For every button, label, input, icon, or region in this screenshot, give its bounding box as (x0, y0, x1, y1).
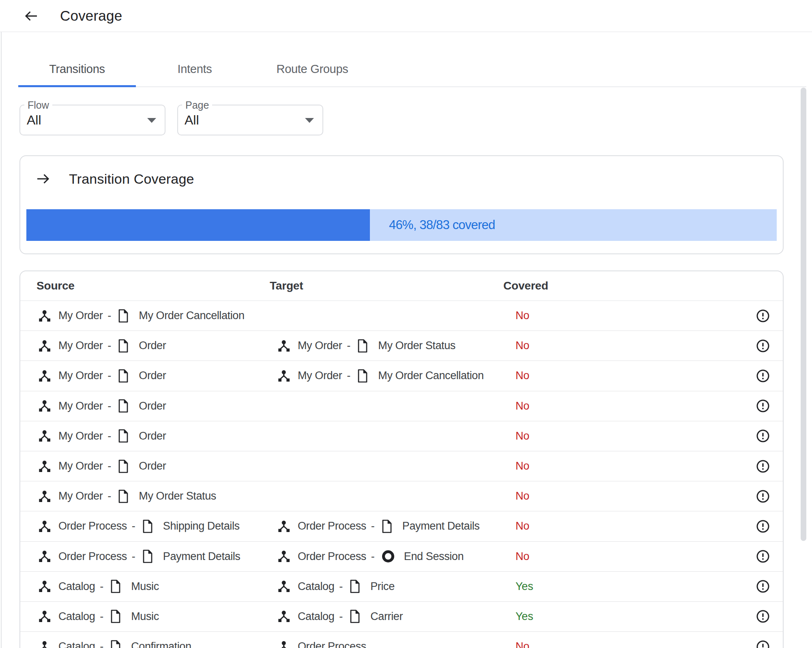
target-page-icon (381, 519, 393, 533)
info-button[interactable] (756, 549, 770, 563)
top-bar: Coverage (0, 0, 812, 32)
target-flow-name: My Order (298, 339, 342, 352)
arrow-forward-icon (35, 171, 51, 187)
covered-value: No (516, 331, 529, 360)
info-button[interactable] (756, 369, 770, 383)
source-flow-name: Order Process (58, 520, 127, 532)
target-page-name: My Order Status (378, 339, 455, 352)
table-row: My Order - Order No (20, 391, 783, 421)
error-outline-icon (756, 610, 769, 623)
info-button[interactable] (756, 339, 770, 353)
table-row: Catalog - Confirmation Order Pr (20, 632, 783, 648)
table-header-row: Source Target Covered (20, 271, 783, 301)
back-button[interactable] (21, 6, 40, 25)
info-button[interactable] (756, 579, 770, 593)
page-icon (118, 399, 129, 413)
source-cell: My Order - My Order Status (38, 481, 216, 511)
page-filter-value: All (185, 105, 199, 135)
vertical-scrollbar-thumb[interactable] (801, 88, 806, 541)
flow-icon (38, 461, 50, 472)
error-outline-icon (756, 490, 769, 503)
progress-fill (26, 209, 370, 241)
table-row: Order Process - Shipping Details (20, 511, 783, 541)
target-separator-dash: - (339, 610, 343, 623)
target-flow-name: Order Process (298, 640, 366, 648)
error-outline-icon (756, 520, 769, 533)
info-button[interactable] (756, 309, 770, 323)
flow-icon (277, 370, 290, 382)
page-icon (118, 429, 129, 443)
separator-dash: - (100, 610, 103, 623)
page-icon (110, 640, 121, 648)
source-cell: My Order - Order (38, 391, 166, 421)
info-button[interactable] (756, 640, 770, 648)
target-cell: Order Process - Payment Details (277, 511, 479, 541)
info-button[interactable] (756, 519, 770, 533)
column-header-target: Target (270, 271, 303, 300)
source-cell: My Order - Order (38, 331, 166, 360)
source-flow-name: My Order (58, 460, 103, 472)
target-page-name: End Session (404, 550, 464, 563)
target-page-name: My Order Cancellation (378, 369, 483, 382)
target-cell: My Order - My Order Status (277, 331, 455, 360)
covered-value: No (516, 542, 529, 571)
dropdown-arrow-icon (305, 118, 314, 123)
separator-dash: - (107, 460, 111, 472)
info-button[interactable] (756, 459, 770, 473)
info-button[interactable] (756, 609, 770, 623)
target-flow-name: Catalog (298, 580, 334, 593)
flow-icon (38, 521, 50, 532)
tab-route-groups[interactable]: Route Groups (253, 48, 371, 86)
end-session-icon (381, 549, 395, 563)
covered-value: No (516, 481, 529, 511)
coverage-screen: Coverage Transitions Intents Route Group… (0, 0, 812, 648)
target-cell: Catalog - Carrier (277, 602, 403, 631)
tab-label: Transitions (49, 62, 105, 76)
column-header-covered: Covered (503, 271, 548, 300)
dropdown-arrow-icon (147, 118, 156, 123)
source-page-name: Payment Details (163, 550, 241, 563)
page-icon (142, 549, 153, 563)
source-cell: Order Process - Payment Details (38, 542, 240, 571)
source-page-name: Order (139, 430, 166, 442)
source-page-name: Order (139, 369, 166, 382)
table-row: My Order - Order My Order (20, 361, 783, 391)
target-flow-name: Order Process (298, 550, 366, 563)
page-icon (118, 459, 129, 473)
covered-value: No (516, 301, 529, 330)
page-filter-select[interactable]: Page All (177, 105, 323, 135)
flow-icon (38, 551, 50, 562)
flow-icon (38, 581, 50, 592)
source-page-name: Confirmation (131, 640, 191, 648)
flow-icon (38, 400, 50, 412)
info-button[interactable] (756, 489, 770, 503)
source-flow-name: Catalog (58, 640, 95, 648)
table-row: My Order - Order No (20, 421, 783, 451)
separator-dash: - (107, 309, 111, 322)
info-button[interactable] (756, 399, 770, 413)
progress-label: 46%, 38/83 covered (389, 209, 495, 241)
flow-icon (277, 581, 290, 592)
target-page-icon (349, 609, 361, 623)
source-page-name: Music (131, 580, 159, 593)
target-cell: Order Process - End Session (277, 542, 464, 571)
source-page-name: Order (139, 400, 166, 412)
target-flow-name: Order Process (298, 520, 366, 532)
target-flow-name: My Order (298, 369, 342, 382)
source-cell: My Order - My Order Cancellation (38, 301, 245, 330)
flow-icon (277, 611, 290, 622)
arrow-back-icon (24, 9, 39, 24)
separator-dash: - (100, 580, 103, 593)
error-outline-icon (756, 399, 769, 412)
source-flow-name: Catalog (58, 580, 95, 593)
target-page-icon (349, 579, 361, 593)
target-cell: My Order - My Order Cancellation (277, 361, 484, 391)
covered-value: No (516, 632, 529, 648)
page-icon (110, 579, 121, 593)
info-button[interactable] (756, 429, 770, 443)
flow-filter-select[interactable]: Flow All (19, 105, 165, 135)
tab-intents[interactable]: Intents (136, 48, 253, 86)
tab-transitions[interactable]: Transitions (18, 48, 136, 86)
table-row: Order Process - Payment Details (20, 542, 783, 572)
error-outline-icon (756, 429, 769, 442)
